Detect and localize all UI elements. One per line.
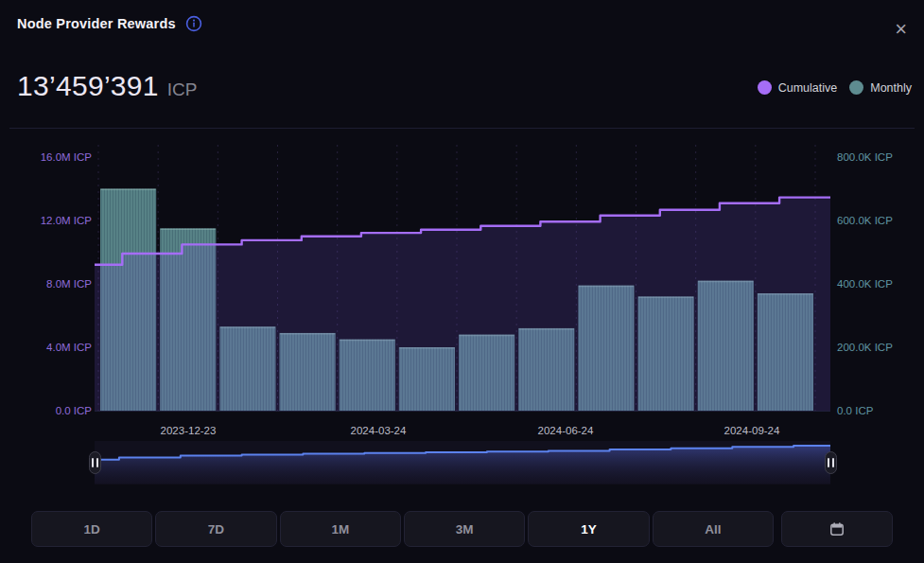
- range-button-all[interactable]: All: [653, 511, 774, 547]
- headline: 13’459’391 ICP: [17, 70, 198, 102]
- x-axis-tick: 2024-06-24: [509, 425, 622, 436]
- range-button-1m[interactable]: 1M: [280, 511, 401, 547]
- legend-item-cumulative[interactable]: Cumulative: [758, 80, 838, 95]
- range-handle-right[interactable]: [825, 451, 837, 474]
- x-axis-tick: 2024-09-24: [695, 425, 809, 436]
- right-axis-tick: 200.0K ICP: [837, 342, 922, 353]
- headline-value: 13’459’391: [17, 70, 159, 102]
- range-button-1y[interactable]: 1Y: [528, 511, 649, 547]
- right-axis-tick: 0.0 ICP: [837, 405, 922, 416]
- left-axis-tick: 12.0M ICP: [0, 215, 92, 226]
- left-axis-tick: 4.0M ICP: [0, 342, 92, 353]
- right-axis-tick: 600.0K ICP: [837, 215, 922, 226]
- headline-unit: ICP: [167, 79, 198, 100]
- page-title: Node Provider Rewards: [17, 16, 176, 31]
- monthly-dot-icon: [849, 80, 863, 95]
- close-icon[interactable]: ×: [889, 17, 913, 42]
- range-handle-left[interactable]: [89, 451, 101, 474]
- header-divider: [9, 128, 915, 129]
- info-icon[interactable]: [185, 15, 202, 32]
- time-range-buttons: 1D 7D 1M 3M 1Y All: [31, 511, 893, 547]
- calendar-icon: [828, 520, 846, 537]
- left-axis-tick: 16.0M ICP: [0, 151, 92, 163]
- legend-label: Cumulative: [778, 81, 838, 95]
- range-button-7d[interactable]: 7D: [155, 511, 276, 547]
- x-axis-tick: 2023-12-23: [131, 425, 245, 436]
- cumulative-dot-icon: [758, 80, 772, 95]
- left-axis-tick: 8.0M ICP: [0, 278, 92, 290]
- right-axis-tick: 400.0K ICP: [837, 278, 922, 290]
- panel-header: Node Provider Rewards: [17, 15, 202, 32]
- right-axis-tick: 800.0K ICP: [837, 151, 922, 163]
- left-axis-tick: 0.0 ICP: [0, 405, 92, 416]
- x-axis-tick: 2024-03-24: [322, 425, 435, 436]
- chart-legend: Cumulative Monthly: [758, 80, 912, 95]
- range-button-3m[interactable]: 3M: [404, 511, 525, 547]
- calendar-button[interactable]: [781, 511, 893, 547]
- range-button-1d[interactable]: 1D: [31, 511, 152, 547]
- legend-label: Monthly: [870, 81, 912, 95]
- legend-item-monthly[interactable]: Monthly: [849, 80, 912, 95]
